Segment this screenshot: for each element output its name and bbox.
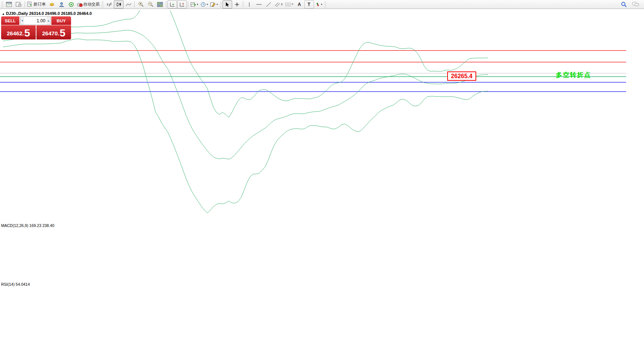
volume-increase-button[interactable]: ▴ xyxy=(47,17,50,25)
crosshair-icon xyxy=(234,2,240,7)
signal-icon xyxy=(68,2,74,7)
chevron-down-icon: ▾ xyxy=(197,3,198,6)
hline-tool[interactable] xyxy=(254,0,264,9)
zoom-out-button[interactable] xyxy=(145,0,155,9)
person-icon xyxy=(59,2,64,7)
tile-windows-icon xyxy=(157,2,163,7)
signals-button[interactable] xyxy=(66,0,76,9)
candle-chart-icon xyxy=(116,2,122,7)
bar-chart-button[interactable] xyxy=(104,0,114,9)
text-tool-icon: A xyxy=(298,2,301,7)
zoom-in-icon xyxy=(138,1,144,7)
trendline-tool[interactable] xyxy=(264,0,273,9)
auto-scroll-button[interactable] xyxy=(167,0,177,9)
buy-button[interactable]: BUY xyxy=(51,16,71,25)
one-click-trading-panel: SELL ▾ ▴ BUY 26462.5 26470.5 xyxy=(1,16,71,39)
tile-windows-button[interactable] xyxy=(155,0,165,9)
arrows-icon xyxy=(315,2,320,7)
line-chart-icon xyxy=(126,2,131,7)
sell-price-main: 26462. xyxy=(7,29,24,38)
cursor-icon xyxy=(225,2,230,7)
profile-chart-icon xyxy=(16,2,22,7)
arrows-tool[interactable]: ▾ xyxy=(314,0,324,9)
templates-button[interactable]: ▾ xyxy=(209,0,219,9)
chart-window-icon xyxy=(6,2,12,7)
crosshair-tool[interactable] xyxy=(232,0,242,9)
profile-button[interactable] xyxy=(14,0,23,9)
sell-button[interactable]: SELL xyxy=(1,16,19,25)
chat-icon[interactable] xyxy=(632,1,640,7)
chart-canvas[interactable] xyxy=(0,0,644,355)
chart-shift-icon xyxy=(179,2,185,7)
cursor-tool[interactable] xyxy=(222,0,232,9)
fibo-letter: F xyxy=(292,3,293,6)
text-tool[interactable]: A xyxy=(295,0,304,9)
horizontal-line-icon xyxy=(256,2,262,7)
bar-chart-icon xyxy=(106,2,112,7)
new-order-label: 新订单 xyxy=(33,1,46,7)
volume-input[interactable] xyxy=(24,17,47,25)
periods-button[interactable]: ▾ xyxy=(199,0,209,9)
price-annotation-box: 26265.4 xyxy=(447,71,476,81)
fibonacci-icon xyxy=(285,2,291,7)
auto-scroll-icon xyxy=(170,2,175,7)
chart-title: ▲DJ30-,Daily 26314.0 26496.0 26185.0 264… xyxy=(2,11,92,16)
label-tool-icon: T xyxy=(308,2,310,7)
text-label-tool[interactable]: T xyxy=(304,0,314,9)
volume-decrease-button[interactable]: ▾ xyxy=(20,17,24,25)
search-icon[interactable] xyxy=(621,1,627,7)
template-icon xyxy=(210,2,216,7)
rsi-indicator-label: RSI(14) 54.0414 xyxy=(1,282,30,287)
line-chart-button[interactable] xyxy=(124,0,133,9)
gold-block-icon xyxy=(49,2,55,7)
chart-expand-icon: ▲ xyxy=(2,12,5,16)
volume-stepper: ▾ ▴ xyxy=(20,16,51,25)
zoom-in-button[interactable] xyxy=(136,0,145,9)
macd-indicator-label: MACD(12,26,9) 169.23 238.40 xyxy=(1,223,54,228)
autotrade-label: 自动交易 xyxy=(83,1,100,7)
zoom-out-icon xyxy=(148,1,153,7)
chevron-down-icon: ▾ xyxy=(207,3,208,6)
vline-tool[interactable] xyxy=(244,0,254,9)
turning-point-annotation: 多空转折点 xyxy=(556,71,591,79)
new-chart-button[interactable] xyxy=(4,0,14,9)
toolbar-grip xyxy=(1,1,3,7)
market-depth-button[interactable] xyxy=(47,0,57,9)
buy-price-display[interactable]: 26470.5 xyxy=(36,25,71,39)
new-order-icon xyxy=(27,1,33,7)
autotrade-button[interactable]: 自动交易 xyxy=(76,0,101,9)
candle-chart-button[interactable] xyxy=(114,0,124,9)
channel-letter: E xyxy=(281,3,283,6)
indicators-button[interactable]: ▾ xyxy=(189,0,199,9)
chevron-down-icon: ▾ xyxy=(217,3,218,6)
indicators-icon xyxy=(190,2,196,7)
chart-shift-button[interactable] xyxy=(177,0,187,9)
buy-price-pips: 5 xyxy=(60,28,65,38)
app-window: 新订单 自动交易 xyxy=(0,0,644,355)
fibonacci-tool[interactable]: F xyxy=(284,0,294,9)
new-order-button[interactable]: 新订单 xyxy=(26,0,47,9)
sell-price-display[interactable]: 26462.5 xyxy=(1,25,36,39)
community-button[interactable] xyxy=(57,0,66,9)
sell-price-pips: 5 xyxy=(24,28,30,38)
buy-price-main: 26470. xyxy=(42,29,59,38)
chevron-down-icon: ▾ xyxy=(321,3,323,6)
trendline-icon xyxy=(266,2,271,7)
channel-icon xyxy=(275,2,281,7)
clock-icon xyxy=(201,2,206,7)
vertical-line-icon xyxy=(247,2,251,7)
channel-tool[interactable]: E xyxy=(273,0,284,9)
autotrade-icon xyxy=(77,2,83,7)
toolbar: 新订单 自动交易 xyxy=(0,0,644,9)
